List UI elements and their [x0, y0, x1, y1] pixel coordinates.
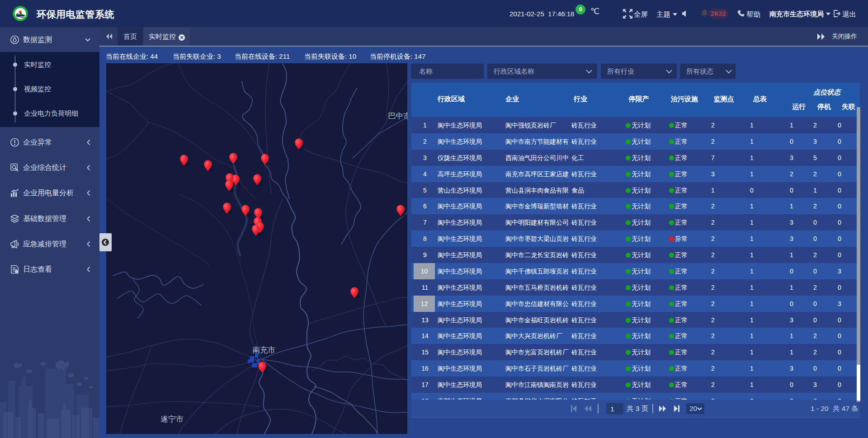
svg-text:遂宁市: 遂宁市	[160, 415, 184, 424]
svg-text:巴中市: 巴中市	[388, 112, 407, 120]
svg-text:南充市: 南充市	[252, 346, 275, 354]
